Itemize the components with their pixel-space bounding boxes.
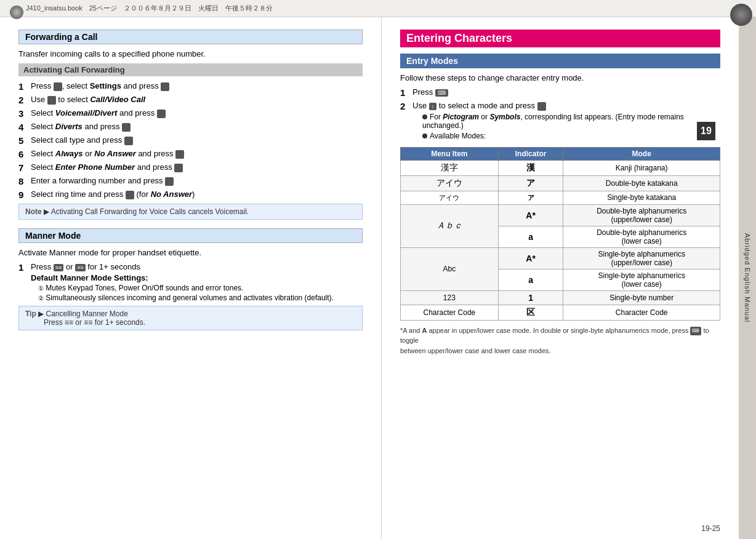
mode-sgl-alpha-lower: Single-byte alphanumerics(lower case) xyxy=(563,269,720,290)
key-icon-6 xyxy=(175,150,184,159)
table-header-menu: Menu Item xyxy=(401,147,499,160)
entry-key-2b xyxy=(537,102,546,111)
tip-box: Tip ▶ Cancelling Manner Mode Press ≡≡ or… xyxy=(18,306,363,330)
indicator-dbl-alpha-upper: A* xyxy=(498,204,563,226)
tip-label: Tip xyxy=(25,309,36,318)
header-text: J410_insatsu.book 25ページ ２００６年８月２９日 火曜日 午… xyxy=(26,4,273,13)
tip-text2: Press ≡≡ or ≡≡ for 1+ seconds. xyxy=(44,318,145,327)
key-icon-7 xyxy=(174,164,183,172)
step-7-text: Select Enter Phone Number and press xyxy=(31,162,183,172)
manner-key2: ≡≡ xyxy=(75,264,86,271)
table-row-sgl-alpha-upper: Abc A* Single-byte alphanumerics(upper/l… xyxy=(401,247,720,269)
step-8-text: Enter a forwarding number and press xyxy=(31,176,174,186)
step-4-text: Select Diverts and press xyxy=(31,122,131,132)
mode-kanji: Kanji (hiragana) xyxy=(563,160,720,175)
forwarding-title: Forwarding a Call xyxy=(18,30,363,44)
manner-key1: ≡≡ xyxy=(54,264,64,271)
entry-step-1: 1 Press ⌨ xyxy=(400,87,720,98)
step-1: 1 Press , select Settings and press xyxy=(18,81,363,92)
step-4-num: 4 xyxy=(18,122,28,132)
footnote: *A and A appear in upper/lower case mode… xyxy=(400,325,720,356)
indicator-dbl-kata: ア xyxy=(498,175,563,191)
note-arrow: ▶ xyxy=(44,207,51,216)
entry-modes-header: Entry Modes xyxy=(400,54,720,68)
right-panel: Entering Characters Entry Modes Follow t… xyxy=(382,17,739,539)
bullet-icon-2 xyxy=(422,134,427,138)
manner-bullet1: ① Mutes Keypad Tones, Power On/Off sound… xyxy=(38,284,334,292)
bullet-1: For Pictogram or Symbols, corresponding … xyxy=(422,113,720,130)
key-icon-1 xyxy=(54,82,62,91)
step-9-text: Select ring time and press (for No Answe… xyxy=(31,190,195,199)
manner-step-1: 1 Press ≡≡ or ≡≡ for 1+ seconds Default … xyxy=(18,262,363,302)
sidebar-strip: Abridged English Manual xyxy=(739,17,756,539)
table-row-dbl-kata: アイウ ア Double-byte katakana xyxy=(401,175,720,191)
bullet-list: For Pictogram or Symbols, corresponding … xyxy=(422,113,720,140)
step-1-text: Press , select Settings and press xyxy=(31,81,169,91)
entry-key-1: ⌨ xyxy=(435,89,448,97)
step-5: 5 Select call type and press xyxy=(18,135,363,146)
step-8: 8 Enter a forwarding number and press xyxy=(18,176,363,186)
corner-ornament-tl xyxy=(10,6,23,19)
page: J410_insatsu.book 25ページ ２００６年８月２９日 火曜日 午… xyxy=(0,0,756,539)
page-num: 19-25 xyxy=(701,524,720,533)
manner-mode-title: Manner Mode xyxy=(18,228,363,243)
mode-sgl-alpha-upper: Single-byte alphanumerics(upper/lower ca… xyxy=(563,247,720,269)
manner-default-label: Default Manner Mode Settings: xyxy=(31,273,334,282)
step-1-num: 1 xyxy=(18,81,28,92)
manner-step-1-num: 1 xyxy=(18,262,28,273)
step-3: 3 Select Voicemail/Divert and press xyxy=(18,108,363,119)
step-4: 4 Select Diverts and press xyxy=(18,122,363,132)
table-row-kanji: 漢字 漢 Kanji (hiragana) xyxy=(401,160,720,175)
entry-step-2-content: Use ↕ to select a mode and press For Pic… xyxy=(412,101,720,142)
mode-sgl-kata: Single-byte katakana xyxy=(563,191,720,204)
manner-bullet2: ② Simultaneously silences incoming and g… xyxy=(38,293,334,302)
step-6-text: Select Always or No Answer and press xyxy=(31,149,184,159)
table-row-dbl-alpha-upper: Ａｂｃ A* Double-byte alphanumerics(upper/l… xyxy=(401,204,720,226)
step-2-num: 2 xyxy=(18,95,28,105)
indicator-123: 1 xyxy=(498,290,563,305)
step-5-num: 5 xyxy=(18,135,28,146)
indicator-sgl-kata: ア xyxy=(498,191,563,204)
key-icon-4 xyxy=(122,123,131,132)
step-5-text: Select call type and press xyxy=(31,135,133,145)
entry-step-1-text: Press ⌨ xyxy=(412,87,448,97)
note-box: Note ▶ Activating Call Forwarding for Vo… xyxy=(18,204,363,220)
main-body: Forwarding a Call Transfer incoming call… xyxy=(0,17,756,539)
menu-sgl-alpha: Abc xyxy=(401,247,499,290)
indicator-dbl-alpha-lower: a xyxy=(498,226,563,247)
mode-123: Single-byte number xyxy=(563,290,720,305)
indicator-charcode: 区 xyxy=(498,305,563,320)
menu-kanji: 漢字 xyxy=(401,160,499,175)
bullet-2: Available Modes: xyxy=(422,132,720,140)
note-text: Activating Call Forwarding for Voice Cal… xyxy=(51,207,249,216)
table-row-123: 123 1 Single-byte number xyxy=(401,290,720,305)
menu-dbl-alpha: Ａｂｃ xyxy=(401,204,499,247)
header-bar: J410_insatsu.book 25ページ ２００６年８月２９日 火曜日 午… xyxy=(0,0,756,17)
mode-dbl-kata: Double-byte katakana xyxy=(563,175,720,191)
forwarding-subtitle: Transfer incoming calls to a specified p… xyxy=(18,49,363,58)
key-icon-3 xyxy=(157,110,166,118)
step-2-text: Use to select Call/Video Call xyxy=(31,95,145,105)
table-row-charcode: Character Code 区 Character Code xyxy=(401,305,720,320)
entry-step-2-line: Use ↕ to select a mode and press xyxy=(412,101,720,111)
step-7: 7 Select Enter Phone Number and press xyxy=(18,162,363,173)
step-3-num: 3 xyxy=(18,108,28,119)
table-row-sgl-kata: アイウ ア Single-byte katakana xyxy=(401,191,720,204)
left-panel: Forwarding a Call Transfer incoming call… xyxy=(0,17,382,539)
step-3-text: Select Voicemail/Divert and press xyxy=(31,108,166,118)
note-label: Note xyxy=(25,207,42,216)
key-icon-5 xyxy=(124,137,133,145)
key-icon-9 xyxy=(126,191,134,199)
manner-subtitle: Activate Manner mode for proper handset … xyxy=(18,248,363,257)
indicator-sgl-alpha-upper: A* xyxy=(498,247,563,269)
step-8-num: 8 xyxy=(18,176,28,186)
step-2: 2 Use to select Call/Video Call xyxy=(18,95,363,105)
step-9: 9 Select ring time and press (for No Ans… xyxy=(18,190,363,200)
sidebar-text: Abridged English Manual xyxy=(744,233,751,322)
indicator-sgl-alpha-lower: a xyxy=(498,269,563,290)
tip-text1: Cancelling Manner Mode xyxy=(46,309,127,318)
menu-dbl-kata: アイウ xyxy=(401,175,499,191)
tip-arrow: ▶ xyxy=(38,309,46,318)
indicator-kanji: 漢 xyxy=(498,160,563,175)
section-num-badge: 19 xyxy=(697,122,715,140)
